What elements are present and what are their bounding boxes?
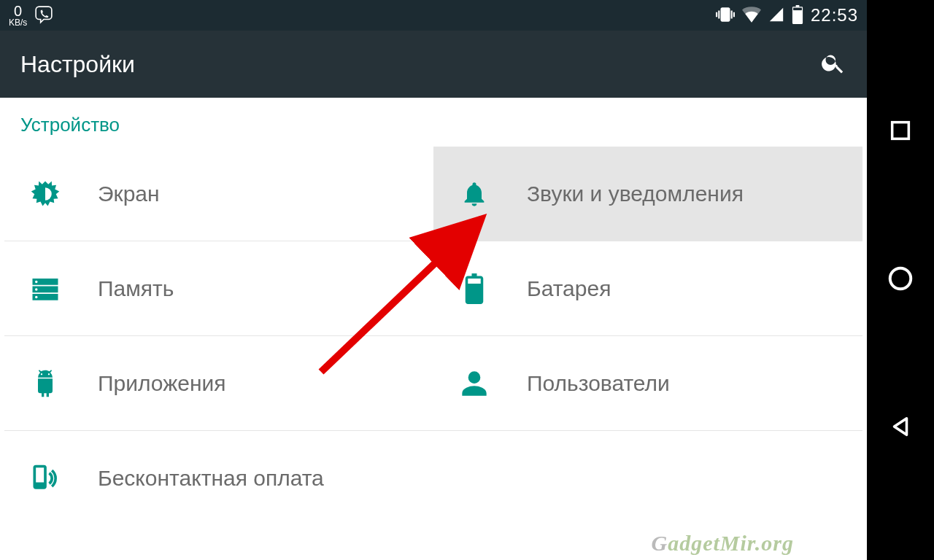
tap-and-pay-icon	[28, 461, 63, 496]
circle-icon	[887, 265, 914, 295]
settings-item-nfc[interactable]: Бесконтактная оплата	[4, 431, 433, 526]
section-header-device: Устройство	[0, 98, 867, 147]
settings-item-display[interactable]: Экран	[4, 147, 433, 241]
network-speed-indicator: 0 KB/s	[9, 4, 27, 27]
search-button[interactable]	[820, 50, 846, 79]
speed-unit: KB/s	[9, 18, 27, 27]
android-icon	[28, 366, 63, 401]
wifi-icon	[742, 7, 761, 25]
settings-item-users[interactable]: Пользователи	[433, 336, 862, 431]
settings-label: Звуки и уведомления	[527, 182, 744, 206]
app-bar: Настройки	[0, 31, 867, 98]
settings-grid: Экран Звуки и уведомления Память Батарея	[0, 147, 867, 526]
back-triangle-icon	[888, 414, 913, 442]
settings-label: Приложения	[98, 371, 226, 396]
battery-icon	[792, 5, 803, 26]
nav-recents-button[interactable]	[883, 114, 918, 149]
page-title: Настройки	[20, 51, 135, 78]
nav-home-button[interactable]	[883, 262, 918, 298]
svg-point-1	[35, 280, 38, 283]
storage-icon	[28, 271, 63, 306]
vibrate-icon	[716, 5, 735, 26]
square-icon	[888, 118, 913, 146]
svg-rect-8	[892, 122, 909, 139]
settings-label: Пользователи	[527, 371, 670, 396]
svg-point-9	[890, 268, 911, 289]
settings-label: Память	[98, 276, 174, 301]
speed-value: 0	[9, 4, 27, 18]
watermark: GadgetMir.org	[651, 531, 794, 556]
bell-icon	[457, 176, 492, 211]
viber-icon	[34, 5, 53, 26]
status-bar: 0 KB/s 22:53	[0, 0, 867, 31]
svg-rect-0	[793, 7, 802, 10]
clock: 22:53	[811, 5, 858, 26]
cell-signal-icon	[768, 7, 784, 25]
settings-item-sound[interactable]: Звуки и уведомления	[433, 147, 862, 241]
svg-rect-4	[468, 279, 481, 284]
person-icon	[457, 366, 492, 401]
screen-content: 0 KB/s 22:53	[0, 0, 867, 560]
svg-point-3	[35, 295, 38, 298]
brightness-icon	[28, 176, 63, 211]
nav-back-button[interactable]	[883, 411, 918, 446]
battery-menu-icon	[457, 271, 492, 306]
settings-item-storage[interactable]: Память	[4, 241, 433, 336]
system-nav-bar	[867, 0, 934, 560]
settings-item-battery[interactable]: Батарея	[433, 241, 862, 336]
settings-item-apps[interactable]: Приложения	[4, 336, 433, 431]
svg-point-2	[35, 288, 38, 291]
svg-rect-6	[36, 467, 44, 482]
settings-label: Экран	[98, 182, 160, 206]
search-icon	[820, 66, 846, 78]
settings-label: Батарея	[527, 276, 611, 301]
settings-label: Бесконтактная оплата	[98, 466, 324, 491]
